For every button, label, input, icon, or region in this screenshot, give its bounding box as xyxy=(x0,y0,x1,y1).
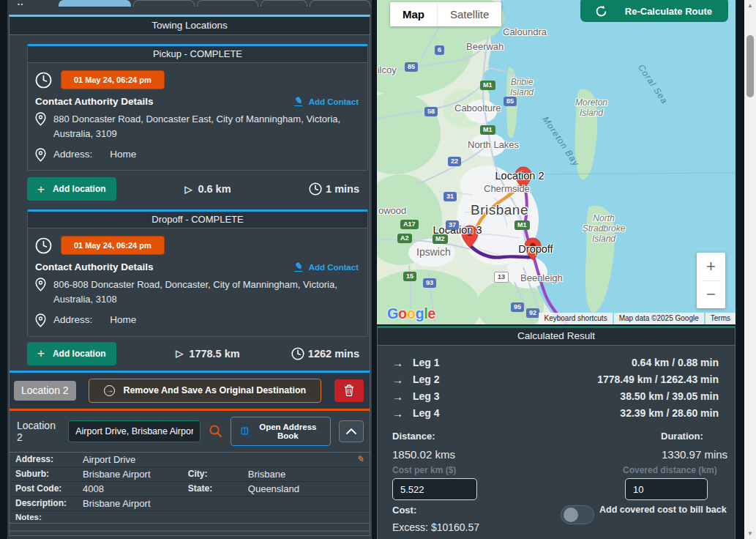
add-location-button[interactable]: + Add location xyxy=(27,177,116,201)
edit-pencil-icon: ✎ xyxy=(294,262,302,272)
pickup-card: Pickup - COMPLETE 01 May 24, 06:24 pm Co… xyxy=(27,44,368,171)
city-value: Brisbane xyxy=(248,469,364,480)
terms-link[interactable]: Terms xyxy=(706,313,736,324)
toggle-knob xyxy=(564,508,578,522)
dropoff-add-contact-link[interactable]: ✎ Add Contact xyxy=(294,262,359,272)
location-pin-icon xyxy=(35,148,46,162)
address-book-icon xyxy=(241,426,249,436)
scroll-up-arrow[interactable]: ▲ xyxy=(744,0,756,11)
delete-location-button[interactable] xyxy=(334,379,364,402)
leg-value: 32.39 km / 28.60 min xyxy=(620,407,719,419)
arrow-right-icon: → xyxy=(392,390,403,403)
covered-distance-label: Covered distance (km) xyxy=(623,465,717,475)
field-row-suburb-city: Suburb: Brisbane Airport City: Brisbane xyxy=(10,467,370,482)
search-icon[interactable] xyxy=(209,424,222,438)
keyboard-shortcuts-link[interactable]: Keyboard shortcuts xyxy=(539,313,612,324)
zoom-in-button[interactable]: + xyxy=(697,253,725,280)
leg-duration: 1 mins xyxy=(309,182,359,196)
plus-icon: + xyxy=(37,349,45,357)
field-row-notes: Notes: xyxy=(10,511,370,523)
arrow-right-icon: → xyxy=(392,407,403,420)
road-shield: 85 xyxy=(405,62,418,72)
tab-5[interactable] xyxy=(310,0,370,7)
tab-3[interactable] xyxy=(197,0,258,7)
clock-icon xyxy=(35,72,52,89)
tab-2[interactable] xyxy=(133,0,195,7)
location-pin-icon xyxy=(35,313,46,327)
leg-result-row: →Leg 2 1778.49 km / 1262.43 min xyxy=(392,371,719,387)
edit-address-pencil-icon[interactable]: ✎ xyxy=(356,454,364,464)
road-shield: 22 xyxy=(448,157,461,166)
state-value: Queensland xyxy=(248,483,364,494)
pickup-summary-row: + Add location ▷ 0.6 km 1 mins xyxy=(10,171,370,207)
edit-pencil-icon: ✎ xyxy=(294,97,302,106)
road-shield: 95 xyxy=(511,302,524,312)
map-attribution: Keyboard shortcuts Map data ©2025 Google… xyxy=(539,313,736,324)
covered-distance-input[interactable] xyxy=(625,478,708,500)
road-shield: 85 xyxy=(504,97,517,106)
open-address-book-button[interactable]: Open Address Book xyxy=(231,417,331,446)
town-label: Ipswich xyxy=(416,246,451,258)
town-label: Caboolture xyxy=(454,103,501,114)
dropoff-address-type: Home xyxy=(110,313,136,327)
description-value: Brisbane Airport xyxy=(83,498,364,509)
recalculate-route-button[interactable]: Re-Calculate Route xyxy=(580,0,728,22)
field-row-address: Address: Airport Drive ✎ xyxy=(10,453,370,467)
location2-address-input[interactable] xyxy=(68,420,201,442)
navigate-icon: ▷ xyxy=(176,348,183,359)
collapse-section-button[interactable] xyxy=(339,420,364,442)
google-logo[interactable]: Google xyxy=(387,305,435,322)
covered-cost-toggle[interactable] xyxy=(561,505,594,524)
google-map[interactable]: Caloundra Beerwah Kilcoy Caboolture Nort… xyxy=(377,0,736,324)
duration-label: Duration: xyxy=(661,431,703,442)
cost-per-km-input[interactable] xyxy=(392,478,477,500)
map-type-map[interactable]: Map xyxy=(390,2,437,26)
calculated-result-title: Calculated Result xyxy=(378,328,735,346)
map-type-satellite[interactable]: Satellite xyxy=(438,2,501,26)
pickup-add-contact-link[interactable]: ✎ Add Contact xyxy=(294,97,359,106)
town-label: Caloundra xyxy=(503,26,547,37)
distance-label: Distance: xyxy=(392,431,435,442)
road-shield: 13 xyxy=(494,272,509,283)
leg-value: 0.64 km / 0.88 min xyxy=(632,357,719,368)
remove-save-original-button[interactable]: → Remove And Save As Original Destinatio… xyxy=(89,379,321,403)
leg-distance: ▷ 1778.5 km xyxy=(176,348,239,360)
town-label: Beenleigh xyxy=(520,272,563,283)
clock-icon xyxy=(291,347,304,360)
dropoff-card: Dropoff - COMPLETE 01 May 24, 06:24 pm C… xyxy=(27,209,368,336)
leg-duration: 1262 mins xyxy=(291,347,359,360)
scroll-down-arrow[interactable]: ▼ xyxy=(744,528,756,539)
island-label: North Stradbroke Island xyxy=(576,214,632,244)
map-data-text: Map data ©2025 Google xyxy=(614,313,704,324)
chevron-up-icon xyxy=(346,428,356,434)
road-shield: M1 xyxy=(514,220,530,230)
suburb-value: Brisbane Airport xyxy=(83,469,188,480)
dropoff-address: 806-808 Doncaster Road, Doncaster, City … xyxy=(53,278,359,306)
town-label: owood xyxy=(378,205,406,216)
tab-4[interactable] xyxy=(261,0,307,7)
road-shield: M1 xyxy=(480,81,495,90)
cost-per-km-label: Cost per km ($) xyxy=(392,465,456,475)
refresh-icon xyxy=(595,5,607,18)
road-shield: 93 xyxy=(423,278,436,288)
excess-value: Excess: $10160.57 xyxy=(392,521,479,533)
scrollbar-thumb[interactable] xyxy=(746,35,754,97)
road-shield: 37 xyxy=(446,220,459,230)
location2-contact-section: Contact Authority Details ✎ Add Contact … xyxy=(10,530,370,537)
clock-icon xyxy=(309,182,322,196)
tab-active[interactable] xyxy=(59,0,131,7)
pickup-datetime-button[interactable]: 01 May 24, 06:24 pm xyxy=(61,70,165,89)
page-scrollbar[interactable]: ▲ ▼ xyxy=(744,0,756,539)
road-shield: 92 xyxy=(526,308,539,318)
location2-header-row: Location 2 → Remove And Save As Original… xyxy=(10,373,370,409)
duration-value: 1330.97 mins xyxy=(662,448,727,461)
location2-label: Location 2 xyxy=(17,420,60,443)
tab-strip: y xyxy=(7,0,372,7)
island-label: Bribie Island xyxy=(498,78,545,98)
dropoff-address-type-label: Address: xyxy=(53,313,92,327)
pickup-address-type-label: Address: xyxy=(53,147,92,162)
add-location-button[interactable]: + Add location xyxy=(27,342,116,365)
road-shield: 15 xyxy=(403,272,416,281)
zoom-out-button[interactable]: − xyxy=(697,281,725,309)
dropoff-datetime-button[interactable]: 01 May 24, 06:24 pm xyxy=(61,236,165,255)
